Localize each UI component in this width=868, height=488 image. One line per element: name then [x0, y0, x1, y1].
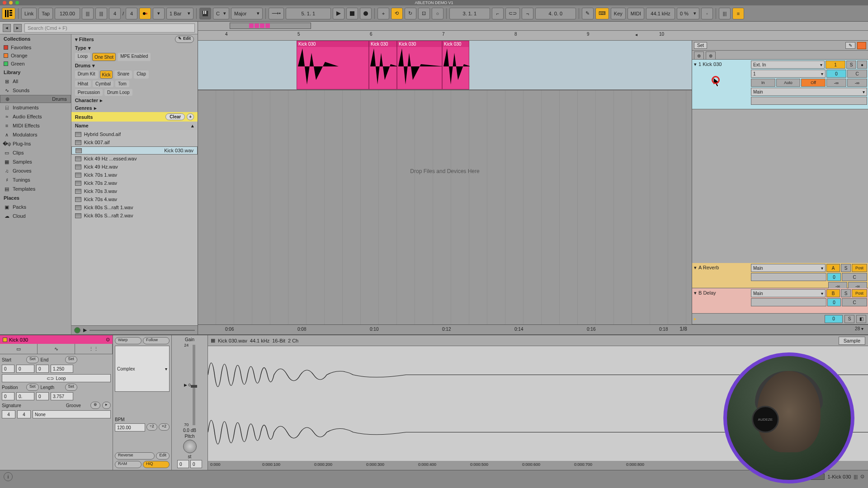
send-b[interactable]: -∞ [847, 79, 867, 87]
collection-green[interactable]: Green [0, 60, 71, 68]
record-button[interactable] [360, 8, 372, 19]
tag-one-shot[interactable]: One Shot [92, 53, 116, 61]
input-type[interactable]: Ext. In▾ [751, 61, 825, 69]
preview-play-icon[interactable]: ▶ [83, 327, 87, 333]
browser-back[interactable]: ◂ [3, 24, 11, 32]
tag-tom[interactable]: Tom [115, 80, 129, 87]
add-filter-button[interactable]: + [187, 113, 194, 120]
lib-audio-effects[interactable]: ≈Audio Effects [0, 112, 71, 121]
info-icon[interactable]: i [4, 472, 13, 481]
main-track-header[interactable]: ▸ 0 S ◧ [692, 314, 868, 324]
tempo-field[interactable]: 120.00 [55, 8, 80, 19]
tag-snare[interactable]: Snare [114, 70, 132, 79]
sample-filename[interactable]: Kick 030.wav [218, 338, 247, 343]
place-cloud[interactable]: ☁Cloud [0, 211, 71, 221]
set-button[interactable]: Set [694, 42, 707, 49]
track-number[interactable]: 1 [826, 61, 845, 69]
clip-color[interactable] [3, 338, 7, 342]
start-bars[interactable]: 0 [2, 365, 14, 373]
volume[interactable]: 0 [827, 273, 841, 281]
metronome-menu[interactable]: ▾ [153, 8, 165, 19]
pan[interactable]: C [842, 273, 867, 281]
lock-button[interactable] [857, 42, 866, 49]
metronome-toggle[interactable] [139, 8, 151, 19]
clip-tab-notes[interactable]: ▭ [0, 344, 38, 354]
start-beats[interactable]: 0 [16, 365, 34, 373]
sig-den[interactable]: 4 [17, 410, 31, 418]
solo-button[interactable]: S [841, 289, 851, 297]
track-header-1[interactable]: ▾1 Kick 030 Ext. In▾ 1 S ● 1▾ 0 C [692, 60, 868, 109]
monitor-off[interactable]: Off [801, 79, 826, 87]
session-record[interactable]: ⊡ [418, 8, 430, 19]
clip-tab-mpe[interactable]: ⋮⋮ [75, 344, 113, 354]
set-end-button[interactable]: Set [65, 356, 78, 363]
punch-in[interactable]: ⌐ [492, 8, 504, 19]
edit-sample-button[interactable]: Edit [156, 452, 170, 460]
browser-forward[interactable]: ▸ [14, 24, 22, 32]
solo-button[interactable]: S [846, 61, 856, 69]
add-track-button[interactable]: ⊕ [694, 52, 704, 60]
add-return-button[interactable]: ⊕ [706, 52, 716, 60]
preview-play-button[interactable] [74, 327, 80, 333]
sort-icon[interactable]: ▴ [191, 123, 194, 129]
device-view-icon[interactable]: ⊙ [860, 474, 864, 479]
quantize-menu[interactable]: 1 Bar▾ [166, 8, 193, 19]
groove-commit[interactable]: ⊕ [90, 402, 100, 409]
result-item[interactable]: Kick 80s S...raft 1.wav [71, 203, 198, 211]
lib-templates[interactable]: ▤Templates [0, 184, 71, 193]
output-channel[interactable] [751, 97, 867, 105]
name-column-header[interactable]: Name [75, 123, 89, 129]
key-root[interactable]: C▾ [213, 8, 229, 19]
tag-loop[interactable]: Loop [75, 53, 90, 61]
warp-toggle[interactable]: Warp [115, 337, 142, 344]
input-channel[interactable]: 1▾ [751, 70, 826, 78]
lib-clips[interactable]: ▭Clips [0, 148, 71, 157]
pos-beats[interactable]: 0. [16, 392, 34, 400]
zoom-display[interactable]: 1/8 [679, 326, 687, 332]
tag-mpe[interactable]: MPE Enabled [118, 53, 151, 61]
show-hide-icon[interactable]: ||| [854, 474, 858, 479]
automation-arm[interactable]: ⟲ [391, 8, 403, 19]
tempo-nudge-up[interactable]: ||| [95, 8, 107, 19]
capture-button[interactable]: ↻ [405, 8, 416, 19]
tag-hihat[interactable]: Hihat [75, 80, 91, 87]
loop-record[interactable]: ○ [432, 8, 443, 19]
link-button[interactable]: Link [21, 8, 37, 19]
volume[interactable]: 0 [826, 70, 846, 78]
result-item[interactable]: Kick 80s S...raft 2.wav [71, 211, 198, 220]
tag-percussion[interactable]: Percussion [75, 89, 103, 96]
pitch-knob[interactable] [183, 440, 197, 453]
result-item[interactable]: Kick 49 Hz.wav [71, 163, 198, 171]
output-routing[interactable]: Main▾ [751, 88, 867, 96]
genres-label[interactable]: Genres ▸ [71, 104, 198, 112]
end-bars[interactable]: 0 [36, 365, 49, 373]
minimize-window[interactable] [9, 1, 13, 5]
result-item[interactable]: Kick 70s 3.wav [71, 187, 198, 195]
filter-toggle-icon[interactable]: ▾ [75, 37, 79, 42]
set-start-button[interactable]: Set [26, 356, 39, 363]
tracks-area[interactable]: Kick 030 Kick 030 Kick 030 Kick 030 Drop… [198, 41, 868, 324]
tag-clap[interactable]: Clap [134, 70, 149, 79]
tap-button[interactable]: Tap [38, 8, 53, 19]
time-ruler[interactable]: 0:06 0:08 0:10 0:12 0:14 0:16 0:18 1/8 2… [198, 324, 868, 334]
audio-clip[interactable]: Kick 030 [397, 41, 442, 89]
arrangement-position[interactable]: 5. 1. 1 [286, 8, 331, 19]
close-window[interactable] [3, 1, 6, 5]
arrangement-view-button[interactable]: ≡ [732, 8, 744, 19]
len-beats[interactable]: 3.757 [51, 392, 73, 400]
end-beats[interactable]: 1.250 [51, 365, 73, 373]
track-letter[interactable]: B [826, 289, 840, 297]
result-item[interactable]: Kick 007.aif [71, 138, 198, 146]
output-routing[interactable]: Main▾ [751, 264, 826, 272]
track-header-b[interactable]: ▾B Delay Main▾ B S Post 0 C [692, 288, 868, 314]
overview[interactable] [198, 22, 868, 31]
main-dim[interactable]: ◧ [856, 315, 866, 323]
computer-midi-keyboard[interactable]: ⌨ [595, 8, 609, 19]
loop-toggle[interactable]: ⊂⊃Loop [2, 374, 111, 382]
clear-filters-button[interactable]: Clear [165, 113, 185, 120]
tag-kick[interactable]: Kick [100, 70, 113, 79]
result-item[interactable]: Hybrid Sound.aif [71, 130, 198, 138]
clip-tab-envelope[interactable]: ∿ [38, 344, 75, 354]
key-map[interactable]: Key [611, 8, 626, 19]
warp-mode[interactable]: Complex▾ [115, 346, 170, 392]
